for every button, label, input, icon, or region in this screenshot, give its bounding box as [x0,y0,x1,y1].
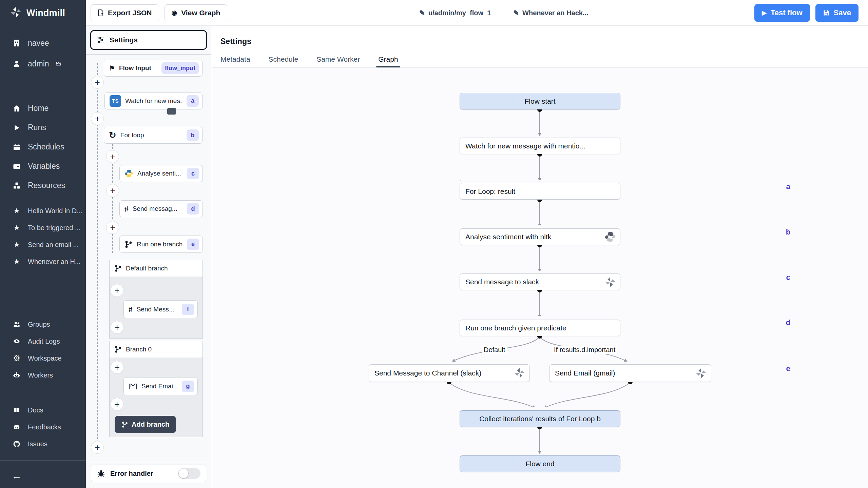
sidebar-item-workspace[interactable]: ⚙ Workspace [0,350,86,367]
error-handler-toggle[interactable] [178,468,200,479]
graph-node-label: Analyse sentiment with nltk [465,233,600,241]
graph-node-collect[interactable]: Collect iterations' results of For Loop … [460,410,620,427]
sidebar-item-variables[interactable]: Variables [0,157,86,176]
view-graph-button[interactable]: ◉ View Graph [165,4,228,21]
add-step-button[interactable]: + [111,321,123,334]
plus-icon: + [110,152,115,161]
graph-node-label: Watch for new message with mentio... [465,142,617,150]
sidebar-item-docs[interactable]: Docs [0,402,86,419]
tab-schedule[interactable]: Schedule [269,51,298,67]
flag-icon: ⚑ [109,65,115,72]
save-label: Save [834,8,851,17]
flow-settings-button[interactable]: Settings [90,30,207,50]
graph-node-label: Send Email (gmail) [555,369,691,377]
sidebar-fav-whenever-an-h[interactable]: ★ Whenever an H... [0,253,86,270]
add-step-button[interactable]: + [111,284,123,297]
add-step-button[interactable]: + [111,361,123,374]
tree-node-label: Flow Input [119,64,157,72]
sidebar-item-runs[interactable]: Runs [0,118,86,137]
sidebar-item-workers[interactable]: Workers [0,367,86,384]
add-step-button[interactable]: + [91,112,104,125]
add-step-button[interactable]: + [106,184,119,197]
step-badge: g [182,381,194,392]
graph-node-label: Flow start [524,97,555,105]
tree-node-label: Run one branch [137,241,183,248]
tab-metadata[interactable]: Metadata [220,51,250,67]
graph-node-label: Flow end [525,460,554,468]
graph-node-g[interactable]: Send Email (gmail) g [549,364,711,382]
tree-node-label: Analyse senti... [137,170,183,177]
crown-icon [54,61,63,66]
tree-node-step-c[interactable]: Analyse senti... c [119,165,203,182]
star-icon: ★ [12,224,21,231]
tab-graph[interactable]: Graph [378,51,398,67]
plus-icon: + [95,78,100,87]
tree-node-flow-input[interactable]: ⚑ Flow Input flow_input [104,60,202,77]
sidebar-item-home[interactable]: Home [0,99,86,118]
sidebar-item-schedules[interactable]: Schedules [0,137,86,157]
loop-icon: ↻ [109,132,116,139]
add-step-button[interactable]: + [111,398,123,411]
pencil-icon: ✎ [419,9,425,16]
sidebar-fav-to-be-triggered[interactable]: ★ To be triggered ... [0,219,86,236]
tree-node-step-g[interactable]: Send Emai... g [123,377,198,395]
flow-path-edit[interactable]: ✎ u/admin/my_flow_1 [419,9,491,17]
graph-node-d[interactable]: Send message to slack d [460,273,620,290]
graph-node-flow-start[interactable]: Flow start [460,93,620,109]
windmill-hub-icon [604,276,617,288]
test-flow-button[interactable]: ▶ Test flow [754,4,810,22]
robot-icon [12,371,21,379]
gear-icon: ⚙ [12,354,21,362]
nav-label: Feedbacks [28,423,61,431]
flow-path: u/admin/my_flow_1 [428,9,491,17]
export-json-button[interactable]: Export JSON [91,4,159,21]
graph-node-a[interactable]: Watch for new message with mentio... TS … [460,138,620,154]
collapse-sidebar-button[interactable]: ← [0,467,86,485]
flow-name-edit[interactable]: ✎ Whenever an Hack... [513,9,588,17]
graph-node-e[interactable]: Run one branch given predicate e [460,320,620,336]
tree-node-step-b[interactable]: ↻ For loop b [104,127,202,144]
tree-node-step-a[interactable]: TS Watch for new mes... a [104,92,202,109]
tree-node-step-d[interactable]: # Send messag... d [119,200,203,217]
sidebar-item-feedbacks[interactable]: Feedbacks [0,419,86,435]
view-graph-icon: ◉ [172,9,177,16]
add-step-button[interactable]: + [91,441,104,454]
tree-node-label: Send Emai... [141,383,178,390]
sidebar-item-resources[interactable]: Resources [0,176,86,195]
graph-node-b[interactable]: For Loop: result b [460,183,620,200]
python-icon [604,230,617,243]
edge-label-default: Default [482,346,507,354]
graph-node-label: Run one branch given predicate [465,324,617,332]
add-branch-button[interactable]: Add branch [115,416,176,433]
sidebar-nav-main: Home Runs Schedules [0,99,86,195]
play-icon [12,124,21,131]
sidebar-fav-send-email[interactable]: ★ Send an email ... [0,236,86,253]
sidebar-fav-hello-world[interactable]: ★ Hello World in D... [0,202,86,219]
user-icon [12,60,21,68]
branch-icon [121,421,128,428]
graph-node-c[interactable]: Analyse sentiment with nltk c [460,228,620,245]
save-button[interactable]: Save [815,4,859,22]
sidebar-item-groups[interactable]: Groups [0,316,86,333]
branch-header-branch0[interactable]: Branch 0 [109,341,203,358]
star-icon: ★ [12,241,21,248]
flow-graph-canvas[interactable]: Flow start Watch for new message with me… [212,68,868,488]
app-logo[interactable]: Windmill [0,0,86,26]
tree-node-label: Watch for new mes... [125,97,182,105]
sidebar-item-issues[interactable]: Issues [0,435,86,452]
branch-header-default[interactable]: Default branch [109,260,203,277]
graph-node-flow-end[interactable]: Flow end [460,455,620,472]
sidebar-item-audit-logs[interactable]: Audit Logs [0,333,86,350]
add-step-button[interactable]: + [106,150,119,163]
graph-node-f[interactable]: Send Message to Channel (slack) f [369,364,530,382]
workspace-switcher[interactable]: navee [0,35,86,51]
add-step-button[interactable]: + [91,76,104,89]
tree-node-step-e[interactable]: Run one branch e [119,236,203,253]
tree-node-step-f[interactable]: # Send Mess... f [123,300,198,318]
workspace-name: navee [28,39,49,48]
step-drag-handle[interactable] [167,108,176,115]
tab-same-worker[interactable]: Same Worker [316,51,360,67]
user-menu[interactable]: admin [0,56,86,72]
plus-icon: + [114,363,119,372]
add-step-button[interactable]: + [106,221,119,234]
